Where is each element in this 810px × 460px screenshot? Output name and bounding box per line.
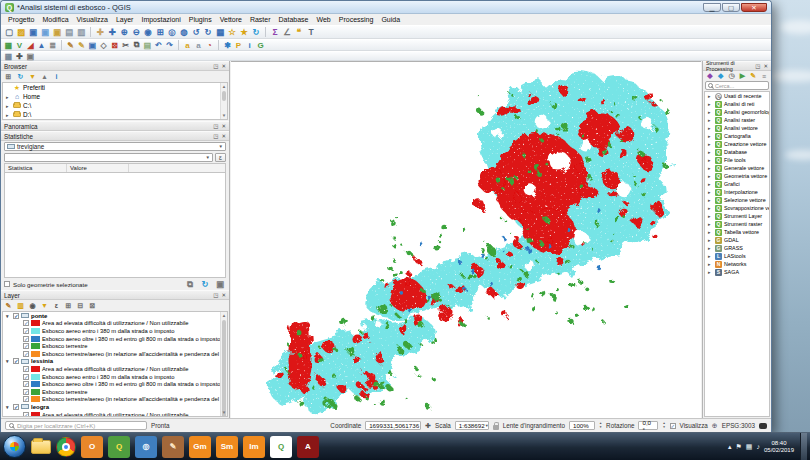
- measure-icon[interactable]: ∠: [281, 26, 293, 38]
- gm-app-icon[interactable]: Gm: [189, 436, 211, 458]
- browser-item-preferiti[interactable]: ★Preferiti: [3, 83, 227, 92]
- layers-scrollbar[interactable]: ▲▼: [220, 312, 227, 416]
- legend-checkbox[interactable]: [23, 336, 29, 342]
- float-panel-icon[interactable]: ◳: [213, 133, 218, 139]
- zoom-native-icon[interactable]: ◉: [142, 26, 154, 38]
- minimize-button[interactable]: ▁: [703, 3, 721, 12]
- legend-item[interactable]: Area ad elevata difficoltà di utilizzazi…: [3, 365, 227, 373]
- legend-checkbox[interactable]: [23, 381, 29, 387]
- processing-item-interpolazione[interactable]: ▸QInterpolazione: [705, 188, 769, 196]
- processing-toolbox-icon[interactable]: ✱: [222, 40, 233, 50]
- paint-icon[interactable]: ✎: [162, 436, 184, 458]
- raster-toolbar-icon[interactable]: ▦: [3, 51, 14, 61]
- legend-item[interactable]: Esbosco terrestre: [3, 388, 227, 396]
- expander-icon[interactable]: ▸: [708, 109, 713, 115]
- outlook-icon[interactable]: O: [81, 436, 103, 458]
- filter-legend-icon[interactable]: ▼: [40, 301, 49, 310]
- processing-item-selezione-vettore[interactable]: ▸QSelezione vettore: [705, 196, 769, 204]
- close-panel-icon[interactable]: ✕: [763, 63, 768, 69]
- label-options-icon[interactable]: a: [193, 40, 204, 50]
- chrome-icon[interactable]: [56, 437, 76, 457]
- legend-checkbox[interactable]: [23, 389, 29, 395]
- legend-checkbox[interactable]: [23, 412, 29, 417]
- expander-icon[interactable]: ▸: [708, 117, 713, 123]
- processing-item-usati-di-recente[interactable]: ▸◷Usati di recente: [705, 92, 769, 100]
- map-canvas[interactable]: [231, 61, 701, 418]
- expander-icon[interactable]: ▸: [708, 149, 713, 155]
- close-panel-icon[interactable]: ✕: [221, 63, 226, 69]
- processing-item-database[interactable]: ▸QDatabase: [705, 148, 769, 156]
- collapse-all-icon[interactable]: ⊟: [76, 301, 85, 310]
- expander-icon[interactable]: ▸: [708, 197, 713, 203]
- legend-item[interactable]: Esbosco aereo entro i 380 m dalla strada…: [3, 373, 227, 381]
- menu-plugins[interactable]: Plugins: [185, 16, 216, 23]
- expander-icon[interactable]: ▸: [708, 253, 713, 259]
- layer-checkbox[interactable]: [13, 404, 19, 410]
- legend-item[interactable]: Esbosco aereo entro i 380 m dalla strada…: [3, 327, 227, 335]
- open-project-icon[interactable]: ▨: [15, 26, 27, 38]
- qgis3-icon[interactable]: Q: [270, 436, 292, 458]
- add-mesh-layer-icon[interactable]: ▲: [36, 40, 47, 50]
- processing-item-saga[interactable]: ▸SSAGA: [705, 268, 769, 276]
- expander-icon[interactable]: ▸: [6, 94, 11, 100]
- show-desktop-button[interactable]: [800, 433, 807, 460]
- cut-features-icon[interactable]: ✂: [120, 40, 131, 50]
- expander-icon[interactable]: ▸: [708, 181, 713, 187]
- undo-icon[interactable]: ↶: [153, 40, 164, 50]
- pan-map-icon[interactable]: ✚: [94, 26, 106, 38]
- new-project-icon[interactable]: ▢: [3, 26, 15, 38]
- adobe-icon[interactable]: A: [297, 436, 319, 458]
- menu-web[interactable]: Web: [313, 16, 335, 23]
- diagram-options-icon[interactable]: ◔: [204, 40, 215, 50]
- expander-icon[interactable]: ▸: [708, 93, 713, 99]
- statistics-layer-combo[interactable]: trevigiane ▼: [4, 142, 226, 151]
- magnifier-spinner[interactable]: ▲▼: [599, 422, 602, 428]
- expander-icon[interactable]: ▸: [708, 237, 713, 243]
- legend-item[interactable]: Esbosco terrestre/aereo (in relazione al…: [3, 396, 227, 404]
- layer-checkbox[interactable]: [13, 358, 19, 364]
- add-selected-layer-icon[interactable]: ⊞: [4, 72, 13, 81]
- qgis-ltr-icon[interactable]: Q: [108, 436, 130, 458]
- layer-checkbox[interactable]: [13, 313, 19, 319]
- crs-label[interactable]: EPSG:3003: [722, 422, 755, 429]
- processing-item-grafici[interactable]: ▸QGrafici: [705, 180, 769, 188]
- legend-checkbox[interactable]: [23, 366, 29, 372]
- zoom-to-selection-icon[interactable]: ◎: [166, 26, 178, 38]
- statistics-field-combo[interactable]: ▼: [4, 153, 213, 162]
- legend-item[interactable]: Esbosco aereo oltre i 380 m ed entro gli…: [3, 335, 227, 343]
- current-edits-icon[interactable]: ✎: [65, 40, 76, 50]
- expander-icon[interactable]: ▸: [708, 229, 713, 235]
- taskbar-clock[interactable]: 08:4005/02/2019: [764, 440, 794, 453]
- legend-checkbox[interactable]: [23, 343, 29, 349]
- python-console-icon[interactable]: P: [233, 40, 244, 50]
- map-tips-icon[interactable]: ❝: [293, 26, 305, 38]
- expander-icon[interactable]: ▾: [6, 313, 11, 319]
- save-project-as-icon[interactable]: ▣: [39, 26, 51, 38]
- menu-layer[interactable]: Layer: [112, 16, 138, 23]
- layer-styling-icon[interactable]: ✎: [4, 301, 13, 310]
- legend-item[interactable]: Area ad elevata difficoltà di utilizzazi…: [3, 320, 227, 328]
- processing-item-sovrapposizione-vettore[interactable]: ▸QSovrapposizione vettore: [705, 204, 769, 212]
- statistics-icon[interactable]: Σ: [269, 26, 281, 38]
- save-project-icon[interactable]: ▣: [27, 26, 39, 38]
- processing-item-lastools[interactable]: ▸LLAStools: [705, 252, 769, 260]
- float-panel-icon[interactable]: ◳: [755, 63, 760, 69]
- zoom-in-icon[interactable]: ⊕: [118, 26, 130, 38]
- expander-icon[interactable]: ▸: [708, 269, 713, 275]
- expander-icon[interactable]: ▸: [708, 101, 713, 107]
- network-icon[interactable]: ▦: [746, 443, 753, 451]
- menu-raster[interactable]: Raster: [246, 16, 275, 23]
- expander-icon[interactable]: ▸: [6, 103, 11, 109]
- layer-group-leogra[interactable]: ▾leogra: [3, 403, 227, 411]
- layout-manager-icon[interactable]: ▥: [75, 26, 87, 38]
- metasearch-icon[interactable]: i: [244, 40, 255, 50]
- menu-progetto[interactable]: Progetto: [4, 16, 38, 23]
- float-panel-icon[interactable]: ◳: [213, 292, 218, 298]
- selected-only-checkbox[interactable]: [4, 281, 10, 287]
- save-as-template-icon[interactable]: ▣: [51, 26, 63, 38]
- rotation-value[interactable]: 0,0 °: [638, 421, 658, 430]
- expander-icon[interactable]: ▸: [708, 189, 713, 195]
- remove-layer-icon[interactable]: ⊠: [88, 301, 97, 310]
- legend-checkbox[interactable]: [23, 396, 29, 402]
- start-button[interactable]: [3, 435, 26, 458]
